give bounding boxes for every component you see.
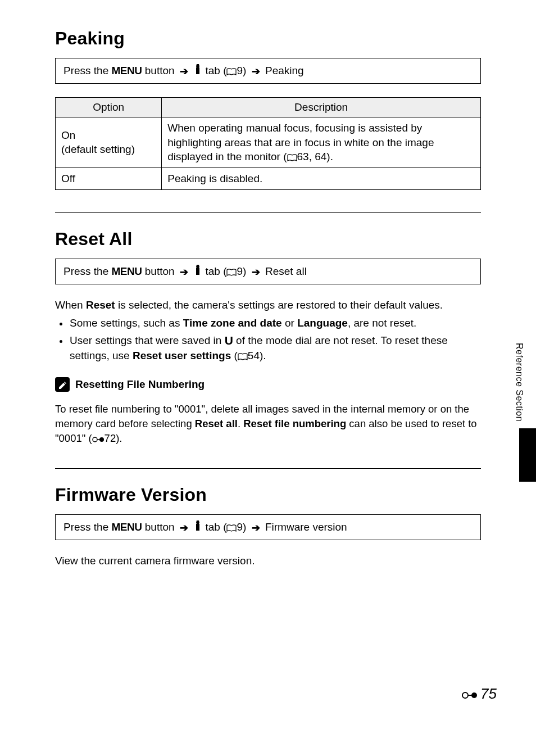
instruction-firmware: Press the MENU button ➔ tab (9) ➔ Firmwa…	[55, 514, 481, 540]
text-bold: Reset file numbering	[243, 418, 346, 429]
text: or	[282, 317, 297, 329]
option-cell: On (default setting)	[56, 117, 162, 168]
text: 54).	[248, 350, 266, 361]
wrench-icon	[193, 521, 205, 533]
text: When	[55, 299, 86, 311]
desc-cell: Peaking is disabled.	[162, 168, 481, 189]
text: Firmware version	[265, 521, 347, 533]
list-item: Some settings, such as Time zone and dat…	[69, 316, 481, 331]
text: 9)	[237, 265, 246, 277]
menu-glyph: MENU	[112, 521, 142, 533]
arrow-icon: ➔	[178, 522, 190, 533]
text: Some settings, such as	[70, 317, 183, 329]
heading-firmware: Firmware Version	[55, 485, 481, 505]
instruction-peaking: Press the MENU button ➔ tab (9) ➔ Peakin…	[55, 58, 481, 84]
book-icon	[226, 521, 237, 533]
desc-cell: When operating manual focus, focusing is…	[162, 117, 481, 168]
option-cell: Off	[56, 168, 162, 189]
text: button	[145, 265, 175, 277]
text-bold: Reset	[86, 299, 115, 311]
page-number-value: 75	[480, 685, 497, 703]
text: tab (	[205, 521, 226, 533]
text: , are not reset.	[348, 317, 417, 329]
thumb-tab	[519, 428, 536, 482]
link-ref-icon	[461, 685, 478, 703]
note-heading: Resetting File Numbering	[55, 377, 481, 392]
arrow-icon: ➔	[249, 266, 262, 278]
menu-glyph: MENU	[112, 265, 142, 277]
arrow-icon: ➔	[249, 66, 262, 77]
text: Press the	[63, 521, 108, 533]
text: Press the	[63, 265, 108, 277]
wrench-icon	[193, 65, 205, 76]
table-row: Off Peaking is disabled.	[56, 168, 481, 189]
svg-point-1	[99, 437, 104, 442]
text: On	[61, 129, 75, 141]
u-mode-glyph: U	[225, 332, 233, 348]
text: button	[145, 65, 175, 76]
book-icon	[226, 65, 237, 76]
note-body: To reset file numbering to "0001", delet…	[55, 402, 481, 446]
text: 9)	[237, 65, 246, 76]
book-icon	[287, 151, 297, 162]
text-bold: Language	[297, 317, 348, 329]
table-header-row: Option Description	[56, 97, 481, 117]
col-option: Option	[56, 97, 162, 117]
section-divider	[55, 212, 481, 213]
pencil-icon	[55, 377, 70, 392]
text: 63, 64).	[297, 151, 333, 162]
arrow-icon: ➔	[178, 66, 190, 77]
text: tab (	[205, 65, 226, 76]
text: tab (	[205, 265, 226, 277]
link-ref-icon	[92, 432, 105, 444]
heading-peaking: Peaking	[55, 28, 481, 49]
text-bold: Reset user settings	[133, 350, 231, 361]
note-title-text: Resetting File Numbering	[75, 378, 205, 391]
text: 9)	[237, 521, 246, 533]
heading-reset-all: Reset All	[55, 229, 481, 250]
arrow-icon: ➔	[249, 522, 262, 533]
text: (default setting)	[61, 143, 135, 155]
text-bold: Reset all	[195, 418, 238, 429]
text: Reset all	[265, 265, 307, 277]
text: button	[145, 521, 175, 533]
text: (	[231, 350, 238, 361]
reset-body: When Reset is selected, the camera's set…	[55, 298, 481, 313]
text: is selected, the camera's settings are r…	[115, 299, 443, 311]
menu-glyph: MENU	[112, 65, 142, 76]
text: Press the	[63, 65, 108, 76]
reset-bullet-list: Some settings, such as Time zone and dat…	[55, 316, 481, 364]
text: .	[238, 418, 243, 429]
text: User settings that were saved in	[70, 334, 225, 346]
text-bold: Time zone and date	[183, 317, 282, 329]
side-label: Reference Section	[514, 343, 524, 422]
svg-point-2	[462, 692, 468, 698]
firmware-body: View the current camera firmware version…	[55, 554, 481, 569]
instruction-reset-all: Press the MENU button ➔ tab (9) ➔ Reset …	[55, 259, 481, 284]
svg-point-3	[471, 692, 477, 698]
list-item: User settings that were saved in U of th…	[69, 332, 481, 364]
book-icon	[238, 350, 248, 361]
text: Peaking	[265, 65, 304, 76]
table-row: On (default setting) When operating manu…	[56, 117, 481, 168]
svg-point-0	[93, 437, 97, 442]
section-divider	[55, 468, 481, 469]
text: 72).	[105, 432, 122, 444]
peaking-options-table: Option Description On (default setting) …	[55, 97, 481, 190]
side-tab: Reference Section	[502, 343, 536, 482]
book-icon	[226, 265, 237, 277]
col-description: Description	[162, 97, 481, 117]
wrench-icon	[193, 265, 205, 277]
arrow-icon: ➔	[178, 266, 190, 278]
page-number: 75	[461, 685, 497, 703]
